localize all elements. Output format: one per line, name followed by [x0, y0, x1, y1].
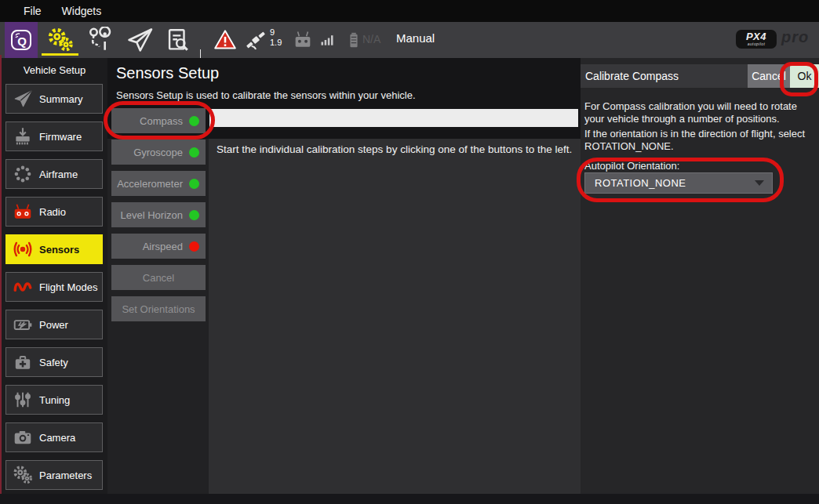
- calibration-button-label: Airspeed: [143, 241, 183, 252]
- battery-indicator[interactable]: [345, 22, 362, 58]
- green-status-dot: [189, 147, 199, 158]
- panel-header: Calibrate Compass Cancel Ok: [581, 64, 819, 88]
- sidebar-item-parameters[interactable]: Parameters: [5, 460, 103, 490]
- calibrate-compass-panel: Calibrate Compass Cancel Ok For Compass …: [581, 58, 819, 494]
- qgc-logo-button[interactable]: Q: [5, 22, 38, 58]
- toolbar: Q 9 1.9 N/A Manual PX4 autopilot pro: [0, 22, 819, 58]
- sidebar-item-label: Parameters: [39, 470, 92, 481]
- sidebar-item-label: Sensors: [39, 244, 79, 256]
- firmware-icon: [6, 126, 39, 147]
- active-view-underline: [42, 53, 78, 56]
- message-warning-indicator[interactable]: [212, 22, 238, 58]
- fly-view-button[interactable]: [122, 22, 157, 58]
- calibration-button-label: Cancel: [143, 272, 174, 284]
- panel-title: Calibrate Compass: [581, 70, 748, 82]
- ok-button[interactable]: Ok: [790, 64, 819, 88]
- orientation-value: ROTATION_NONE: [585, 177, 755, 189]
- sidebar-item-summary[interactable]: Summary: [5, 84, 103, 114]
- analyze-view-button[interactable]: [160, 22, 195, 58]
- plane-icon: [6, 89, 39, 109]
- gps-indicator[interactable]: [242, 22, 270, 58]
- calibration-button-label: Gyroscope: [133, 147, 183, 158]
- px4-pro-text: pro: [781, 28, 809, 46]
- safety-icon: [6, 352, 39, 372]
- calibration-button-label: Level Horizon: [121, 209, 184, 221]
- px4-logo: PX4 autopilot: [736, 30, 777, 49]
- sidebar-item-sensors[interactable]: Sensors: [5, 234, 103, 264]
- vehicle-setup-sidebar: Vehicle Setup SummaryFirmwareAirframeRad…: [2, 58, 107, 494]
- sidebar-item-label: Camera: [39, 432, 75, 444]
- calibrate-cancel-button[interactable]: Cancel: [111, 265, 206, 290]
- sensors-icon: [6, 239, 39, 259]
- power-icon: [6, 314, 39, 335]
- menu-item-widgets[interactable]: Widgets: [62, 5, 102, 17]
- sidebar-item-power[interactable]: Power: [5, 310, 103, 339]
- qgroundcontrol-window: FileWidgets Q 9 1.9 N/A Manual PX4 autop…: [0, 0, 819, 504]
- calibration-content-area: [209, 139, 581, 494]
- svg-text:Q: Q: [17, 34, 27, 48]
- calibrate-set-orientations-button[interactable]: Set Orientations: [111, 296, 206, 321]
- window-bottom-bar: [0, 494, 819, 504]
- autopilot-orientation-label: Autopilot Orientation:: [584, 160, 679, 172]
- sidebar-item-label: Airframe: [39, 169, 78, 180]
- calibration-button-label: Set Orientations: [122, 303, 195, 315]
- menu-item-file[interactable]: File: [24, 5, 42, 17]
- calibrate-gyroscope-button[interactable]: Gyroscope: [111, 140, 206, 165]
- compass-instructions-2: If the orientation is in the direction o…: [584, 128, 817, 153]
- sidebar-item-radio[interactable]: Radio: [5, 197, 103, 227]
- page-subtitle: Sensors Setup is used to calibrate the s…: [116, 89, 416, 101]
- sidebar-title: Vehicle Setup: [2, 64, 107, 76]
- compass-instructions-1: For Compass calibration you will need to…: [584, 100, 817, 125]
- red-status-dot: [189, 241, 199, 252]
- sidebar-item-label: Power: [39, 319, 68, 331]
- calibration-button-label: Accelerometer: [117, 178, 183, 190]
- battery-status-text: N/A: [362, 33, 380, 45]
- sidebar-item-label: Safety: [39, 357, 68, 368]
- flight-modes-icon: [6, 277, 39, 297]
- sidebar-item-label: Tuning: [39, 394, 70, 406]
- sidebar-item-label: Summary: [39, 93, 83, 105]
- calibrate-compass-button[interactable]: Compass: [111, 108, 206, 133]
- calibration-progress-bar: [209, 109, 578, 127]
- green-status-dot: [189, 116, 199, 126]
- sidebar-item-camera[interactable]: Camera: [5, 422, 103, 452]
- page-title: Sensors Setup: [116, 64, 219, 82]
- sidebar-item-label: Firmware: [39, 131, 82, 143]
- sidebar-item-flight-modes[interactable]: Flight Modes: [5, 272, 103, 302]
- menu-bar: FileWidgets: [0, 0, 819, 22]
- autopilot-orientation-dropdown[interactable]: ROTATION_NONE: [584, 172, 773, 194]
- tuning-icon: [6, 390, 39, 410]
- airframe-icon: [6, 164, 39, 184]
- sidebar-item-tuning[interactable]: Tuning: [5, 385, 103, 415]
- rc-rssi-indicator[interactable]: [289, 22, 317, 58]
- green-status-dot: [189, 210, 199, 220]
- px4-logo-text: PX4: [746, 32, 766, 42]
- calibrate-airspeed-button[interactable]: Airspeed: [111, 234, 206, 259]
- chevron-down-icon: [755, 180, 764, 186]
- camera-icon: [6, 427, 39, 448]
- calibrate-level-horizon-button[interactable]: Level Horizon: [111, 202, 206, 227]
- gps-values: 9 1.9: [270, 27, 282, 48]
- signal-strength-icon: [317, 22, 337, 58]
- cancel-button[interactable]: Cancel: [748, 64, 790, 88]
- px4-logo-subtext: autopilot: [748, 42, 766, 46]
- gps-satellite-count: 9: [270, 27, 282, 38]
- qgc-logo-icon: Q: [9, 28, 33, 52]
- sidebar-item-label: Radio: [39, 206, 66, 218]
- calibration-instruction: Start the individual calibration steps b…: [217, 143, 572, 155]
- sidebar-item-label: Flight Modes: [39, 281, 97, 293]
- green-status-dot: [189, 179, 199, 189]
- calibrate-accelerometer-button[interactable]: Accelerometer: [111, 171, 206, 196]
- sidebar-item-safety[interactable]: Safety: [5, 347, 103, 377]
- sidebar-item-firmware[interactable]: Firmware: [5, 121, 103, 151]
- sidebar-item-airframe[interactable]: Airframe: [5, 159, 103, 189]
- gps-hdop: 1.9: [270, 38, 282, 48]
- flight-mode-indicator[interactable]: Manual: [396, 31, 435, 45]
- plan-view-button[interactable]: [83, 22, 118, 58]
- gears-icon: [6, 465, 39, 485]
- calibration-button-label: Compass: [140, 115, 183, 127]
- radio-icon: [6, 201, 39, 222]
